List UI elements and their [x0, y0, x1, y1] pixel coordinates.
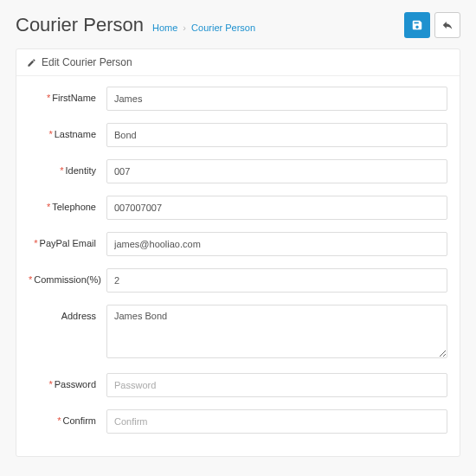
- breadcrumb-current[interactable]: Courier Person: [191, 23, 255, 33]
- confirm-label: *Confirm: [29, 409, 106, 427]
- identity-field[interactable]: [106, 159, 447, 183]
- address-label: Address: [29, 305, 106, 322]
- breadcrumb-home[interactable]: Home: [152, 23, 177, 33]
- firstname-label: *FirstName: [29, 87, 106, 104]
- commission-field[interactable]: [106, 268, 447, 293]
- save-button[interactable]: [404, 12, 430, 38]
- cancel-button[interactable]: [434, 12, 460, 38]
- confirm-field[interactable]: [106, 409, 447, 434]
- page-title: Courier Person: [16, 14, 144, 36]
- lastname-label: *Lastname: [29, 123, 106, 140]
- breadcrumb: Home › Courier Person: [152, 23, 255, 33]
- paypal-label: *PayPal Email: [29, 232, 106, 249]
- pencil-icon: [27, 58, 36, 68]
- paypal-field[interactable]: [106, 232, 447, 256]
- address-field[interactable]: James Bond: [106, 305, 447, 358]
- firstname-field[interactable]: [106, 87, 447, 111]
- identity-label: *Identity: [29, 159, 106, 177]
- panel-heading: Edit Courier Person: [16, 49, 460, 76]
- lastname-field[interactable]: [106, 123, 447, 147]
- password-label: *Password: [29, 373, 106, 390]
- save-icon: [411, 19, 423, 31]
- edit-panel: Edit Courier Person *FirstName *Lastname…: [16, 48, 460, 457]
- commission-label: *Commission(%): [29, 268, 106, 286]
- panel-title: Edit Courier Person: [42, 56, 132, 68]
- telephone-label: *Telephone: [29, 196, 106, 213]
- telephone-field[interactable]: [106, 196, 447, 220]
- password-field[interactable]: [106, 373, 447, 397]
- reply-icon: [441, 19, 453, 31]
